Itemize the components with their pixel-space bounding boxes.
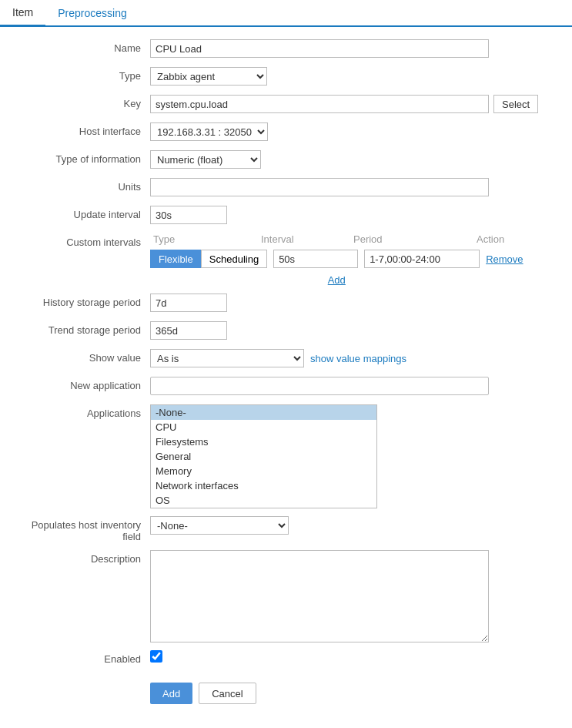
row-name: Name <box>15 39 557 59</box>
toggle-scheduling[interactable]: Scheduling <box>201 250 267 268</box>
row-custom-intervals: Custom intervals Type Interval Period Ac… <box>15 233 557 286</box>
input-interval[interactable] <box>273 250 358 268</box>
remove-interval-button[interactable]: Remove <box>486 253 523 265</box>
header-action: Action <box>473 233 520 245</box>
header-interval: Interval <box>258 233 350 245</box>
row-host-interface: Host interface 192.168.3.31 : 32050 <box>15 122 557 143</box>
label-type-info: Type of information <box>15 150 150 165</box>
row-update-interval: Update interval <box>15 206 557 226</box>
textarea-description[interactable] <box>150 550 489 642</box>
form-body: Name Type Zabbix agent Zabbix agent (act… <box>0 27 572 716</box>
enabled-row <box>150 650 162 663</box>
list-item[interactable]: Memory <box>151 464 376 478</box>
row-type-info: Type of information Numeric (float) Nume… <box>15 150 557 170</box>
input-history[interactable] <box>150 294 227 312</box>
show-value-row: As is show value mappings <box>150 349 406 367</box>
label-key: Key <box>15 95 150 109</box>
row-key: Key Select <box>15 95 557 115</box>
row-applications: Applications -None- CPU Filesystems Gene… <box>15 404 557 508</box>
interval-row: Flexible Scheduling Remove <box>150 250 523 268</box>
label-name: Name <box>15 39 150 54</box>
list-item[interactable]: OS <box>151 493 376 508</box>
list-item[interactable]: CPU <box>151 420 376 434</box>
control-show-value: As is show value mappings <box>150 349 557 367</box>
label-history: History storage period <box>15 294 150 308</box>
input-units[interactable] <box>150 178 489 196</box>
tab-bar: Item Preprocessing <box>0 0 572 27</box>
input-new-application[interactable] <box>150 377 489 395</box>
input-key[interactable] <box>150 95 489 113</box>
row-populates-inventory: Populates host inventory field -None- <box>15 516 557 542</box>
input-trend[interactable] <box>150 321 227 340</box>
control-type: Zabbix agent Zabbix agent (active) Simpl… <box>150 67 557 86</box>
row-show-value: Show value As is show value mappings <box>15 349 557 369</box>
control-key: Select <box>150 95 557 113</box>
input-period[interactable] <box>364 250 480 268</box>
header-type: Type <box>150 233 258 245</box>
row-units: Units <box>15 178 557 198</box>
select-type[interactable]: Zabbix agent Zabbix agent (active) Simpl… <box>150 67 267 86</box>
label-trend: Trend storage period <box>15 321 150 336</box>
checkbox-enabled[interactable] <box>150 650 162 663</box>
list-item[interactable]: General <box>151 449 376 464</box>
label-type: Type <box>15 67 150 82</box>
tab-preprocessing[interactable]: Preprocessing <box>45 0 139 25</box>
label-host-interface: Host interface <box>15 122 150 137</box>
control-name <box>150 39 557 58</box>
label-show-value: Show value <box>15 349 150 364</box>
list-item[interactable]: -None- <box>151 405 376 420</box>
control-history <box>150 294 557 312</box>
label-description: Description <box>15 550 150 565</box>
label-units: Units <box>15 178 150 193</box>
control-new-application <box>150 377 557 395</box>
control-update-interval <box>150 206 557 224</box>
control-host-interface: 192.168.3.31 : 32050 <box>150 122 557 141</box>
form-actions: Add Cancel <box>150 683 557 704</box>
select-populates-inventory[interactable]: -None- <box>150 516 289 535</box>
list-item[interactable]: Filesystems <box>151 434 376 449</box>
control-custom-intervals: Type Interval Period Action Flexible Sch… <box>150 233 557 286</box>
select-type-info[interactable]: Numeric (float) Numeric (unsigned) Chara… <box>150 150 261 169</box>
row-enabled: Enabled <box>15 650 557 670</box>
header-period: Period <box>350 233 473 245</box>
control-type-info: Numeric (float) Numeric (unsigned) Chara… <box>150 150 557 169</box>
row-trend: Trend storage period <box>15 321 557 341</box>
control-description <box>150 550 557 642</box>
tab-item[interactable]: Item <box>0 0 45 27</box>
label-new-application: New application <box>15 377 150 391</box>
list-item[interactable]: Network interfaces <box>151 478 376 493</box>
toggle-group: Flexible Scheduling <box>150 250 267 268</box>
label-custom-intervals: Custom intervals <box>15 233 150 248</box>
control-populates-inventory: -None- <box>150 516 557 535</box>
control-units <box>150 178 557 196</box>
row-description: Description <box>15 550 557 642</box>
select-show-value[interactable]: As is <box>150 349 304 367</box>
label-enabled: Enabled <box>15 650 150 665</box>
add-button[interactable]: Add <box>150 683 192 704</box>
list-item[interactable]: Performance <box>151 508 376 508</box>
applications-listbox[interactable]: -None- CPU Filesystems General Memory Ne… <box>150 404 377 508</box>
cancel-button[interactable]: Cancel <box>199 683 256 704</box>
add-interval-button[interactable]: Add <box>150 274 523 286</box>
interval-headers: Type Interval Period Action <box>150 233 523 245</box>
input-name[interactable] <box>150 39 489 58</box>
key-select-button[interactable]: Select <box>493 95 538 113</box>
select-host-interface[interactable]: 192.168.3.31 : 32050 <box>150 122 268 141</box>
row-type: Type Zabbix agent Zabbix agent (active) … <box>15 67 557 87</box>
toggle-flexible[interactable]: Flexible <box>150 250 201 268</box>
label-populates-inventory: Populates host inventory field <box>15 516 150 542</box>
row-new-application: New application <box>15 377 557 397</box>
control-applications: -None- CPU Filesystems General Memory Ne… <box>150 404 557 508</box>
label-applications: Applications <box>15 404 150 419</box>
show-value-mappings-link[interactable]: show value mappings <box>310 353 406 364</box>
control-enabled <box>150 650 557 663</box>
control-trend <box>150 321 557 340</box>
row-history: History storage period <box>15 294 557 314</box>
label-update-interval: Update interval <box>15 206 150 220</box>
input-update-interval[interactable] <box>150 206 227 224</box>
